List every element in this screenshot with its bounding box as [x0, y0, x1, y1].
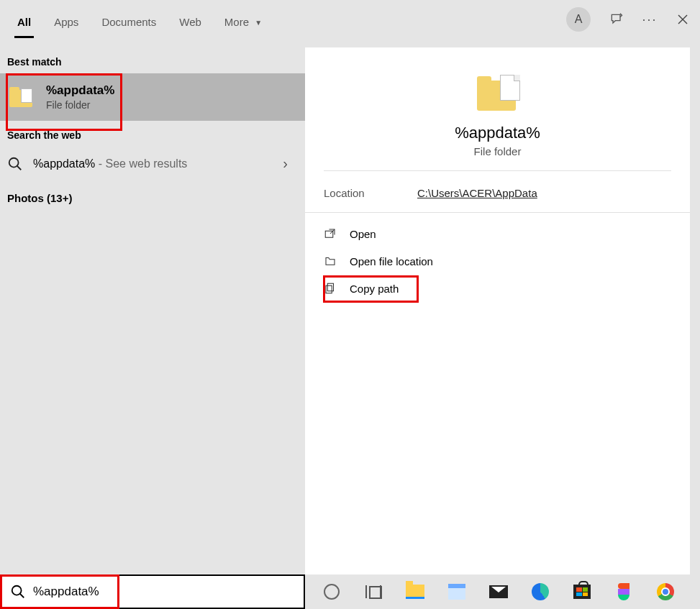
chrome-icon[interactable]	[655, 581, 676, 603]
location-value[interactable]: C:\Users\ACER\AppData	[417, 187, 537, 199]
taskbar-tray	[305, 581, 700, 603]
action-open-label: Open	[350, 228, 376, 240]
main-area: Best match %appdata% File folder Search …	[0, 40, 700, 574]
notepad-icon[interactable]	[446, 581, 468, 603]
location-label: Location	[324, 187, 417, 199]
folder-icon	[473, 69, 523, 112]
search-tab-bar: All Apps Documents Web More ▼ A ···	[0, 0, 700, 40]
folder-icon	[7, 86, 35, 109]
best-match-title: %appdata%	[46, 83, 114, 98]
svg-point-2	[9, 157, 19, 167]
tab-more-label: More	[224, 16, 249, 28]
web-result-text: %appdata% - See web results	[33, 157, 273, 170]
folder-open-icon	[324, 255, 337, 267]
action-open-location-label: Open file location	[350, 255, 433, 267]
edge-icon[interactable]	[529, 581, 551, 603]
search-input[interactable]	[33, 585, 295, 599]
svg-point-7	[12, 586, 22, 595]
tab-apps[interactable]: Apps	[42, 9, 90, 37]
svg-rect-5	[327, 283, 333, 291]
more-options-icon[interactable]: ···	[642, 12, 657, 27]
web-result-suffix: - See web results	[95, 157, 187, 170]
chevron-right-icon: ›	[283, 155, 298, 172]
file-explorer-icon[interactable]	[404, 581, 426, 603]
best-match-item[interactable]: %appdata% File folder	[0, 73, 305, 121]
avatar[interactable]: A	[566, 7, 591, 32]
top-right-icons: A ···	[566, 7, 690, 32]
web-result-term: %appdata%	[33, 157, 95, 170]
microsoft-store-icon[interactable]	[571, 581, 593, 603]
actions-list: Open Open file location Copy path	[305, 213, 690, 309]
location-row: Location C:\Users\ACER\AppData	[305, 171, 690, 213]
tabs: All Apps Documents Web More ▼	[6, 4, 273, 37]
taskbar-search[interactable]	[0, 574, 305, 609]
svg-line-3	[17, 165, 22, 170]
copy-icon	[324, 282, 337, 295]
action-copy-path-label: Copy path	[350, 283, 399, 295]
tab-documents[interactable]: Documents	[90, 9, 168, 37]
cortana-icon[interactable]	[321, 581, 342, 603]
tab-more[interactable]: More ▼	[213, 9, 273, 37]
task-view-icon[interactable]	[363, 581, 384, 603]
results-panel: Best match %appdata% File folder Search …	[0, 40, 305, 574]
svg-line-8	[20, 594, 24, 598]
figma-icon[interactable]	[613, 581, 635, 603]
detail-header: %appdata% File folder	[324, 47, 671, 171]
action-open-location[interactable]: Open file location	[324, 247, 671, 275]
best-match-subtitle: File folder	[46, 99, 114, 111]
search-icon	[10, 584, 26, 600]
tab-all[interactable]: All	[6, 9, 42, 37]
photos-label[interactable]: Photos (13+)	[0, 180, 305, 216]
taskbar	[0, 574, 700, 609]
action-open[interactable]: Open	[324, 220, 671, 247]
best-match-label: Best match	[0, 47, 305, 73]
svg-rect-6	[326, 285, 332, 293]
chevron-down-icon: ▼	[255, 19, 262, 27]
detail-title: %appdata%	[455, 124, 540, 142]
web-result-item[interactable]: %appdata% - See web results ›	[0, 147, 305, 180]
detail-subtitle: File folder	[474, 145, 522, 157]
close-icon[interactable]	[676, 12, 690, 27]
mail-icon[interactable]	[488, 581, 509, 603]
open-icon	[324, 227, 337, 240]
search-web-label: Search the web	[0, 121, 305, 147]
best-match-text: %appdata% File folder	[46, 83, 114, 111]
detail-panel: %appdata% File folder Location C:\Users\…	[305, 47, 690, 574]
search-icon	[7, 156, 23, 172]
tab-web[interactable]: Web	[168, 9, 213, 37]
feedback-icon[interactable]	[609, 12, 624, 27]
action-copy-path[interactable]: Copy path	[324, 275, 671, 302]
